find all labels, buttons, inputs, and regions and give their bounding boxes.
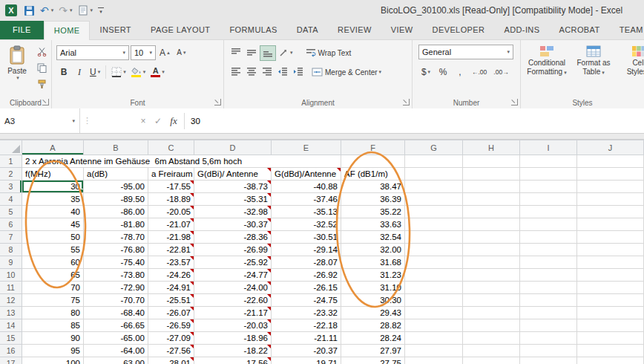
cell-I13[interactable] — [520, 307, 577, 319]
row-header-17[interactable]: 17 — [0, 357, 22, 364]
cell-I14[interactable] — [520, 319, 577, 332]
cell-A3[interactable]: 30 — [22, 181, 84, 193]
column-header-G[interactable]: G — [405, 140, 463, 155]
cell-H16[interactable] — [463, 345, 520, 357]
cell-G2[interactable] — [405, 168, 463, 181]
cell-E7[interactable]: -30.51 — [272, 231, 341, 244]
cell-D3[interactable]: -38.73 — [194, 181, 272, 193]
column-header-J[interactable]: J — [577, 140, 644, 155]
cell-F2[interactable]: AF (dB1/m) — [341, 168, 405, 181]
align-left-button[interactable] — [229, 65, 243, 80]
cell-H7[interactable] — [463, 231, 520, 244]
font-color-button[interactable]: A ▾ — [148, 65, 167, 80]
cell-H10[interactable] — [463, 269, 520, 282]
cell-F14[interactable]: 28.82 — [341, 319, 405, 332]
cell-E6[interactable]: -32.52 — [272, 218, 341, 231]
enter-button[interactable]: ✓ — [151, 116, 165, 126]
cell-A8[interactable]: 55 — [22, 244, 84, 256]
cell-J17[interactable] — [577, 357, 644, 364]
font-dialog-launcher[interactable] — [214, 99, 221, 105]
cell-D9[interactable]: -25.92 — [194, 256, 272, 269]
column-header-D[interactable]: D — [194, 140, 272, 155]
cell-E16[interactable]: -20.37 — [272, 345, 341, 357]
cell-C8[interactable]: -22.81 — [148, 244, 194, 256]
cell-A11[interactable]: 70 — [22, 282, 84, 294]
name-box[interactable]: A3 ▾ — [0, 108, 80, 133]
cell-D15[interactable]: -18.96 — [194, 332, 272, 345]
tab-add-ins[interactable]: ADD-INS — [494, 21, 549, 39]
align-middle-button[interactable] — [244, 45, 259, 61]
cell-G10[interactable] — [405, 269, 463, 282]
cell-F4[interactable]: 36.39 — [341, 193, 405, 206]
cell-G8[interactable] — [405, 244, 463, 256]
cell-I8[interactable] — [520, 244, 577, 256]
cell-I9[interactable] — [520, 256, 577, 269]
cell-B17[interactable]: -63.00 — [84, 357, 148, 364]
row-header-14[interactable]: 14 — [0, 319, 22, 332]
cell-G12[interactable] — [405, 294, 463, 307]
wrap-text-button[interactable]: Wrap Text — [303, 45, 354, 61]
conditional-formatting-button[interactable]: Conditional Formatting▾ — [522, 42, 571, 77]
tab-home[interactable]: HOME — [44, 21, 91, 40]
font-name-select[interactable]: Arial ▾ — [56, 45, 129, 60]
row-header-5[interactable]: 5 — [0, 206, 22, 218]
cell-C16[interactable]: -27.56 — [148, 345, 194, 357]
cell-E10[interactable]: -26.92 — [272, 269, 341, 282]
cell-H8[interactable] — [463, 244, 520, 256]
align-top-button[interactable] — [229, 45, 243, 61]
number-dialog-launcher[interactable] — [511, 99, 518, 105]
cell-F6[interactable]: 33.63 — [341, 218, 405, 231]
decrease-indent-button[interactable] — [275, 65, 290, 80]
cell-H17[interactable] — [463, 357, 520, 364]
cell-H12[interactable] — [463, 294, 520, 307]
save-button[interactable] — [24, 5, 35, 16]
dropdown-caret[interactable]: ▾ — [290, 50, 293, 56]
row-header-11[interactable]: 11 — [0, 282, 22, 294]
cell-C11[interactable]: -24.91 — [148, 282, 194, 294]
print-preview-button[interactable]: ▾ — [78, 5, 93, 16]
cell-B15[interactable]: -65.00 — [84, 332, 148, 345]
cell-G6[interactable] — [405, 218, 463, 231]
cell-C10[interactable]: -24.26 — [148, 269, 194, 282]
alignment-dialog-launcher[interactable] — [403, 99, 410, 105]
cell-H11[interactable] — [463, 282, 520, 294]
column-header-A[interactable]: A — [22, 140, 84, 155]
column-header-I[interactable]: I — [520, 140, 577, 155]
cell-F15[interactable]: 28.24 — [341, 332, 405, 345]
cell-D6[interactable]: -30.37 — [194, 218, 272, 231]
cell-E5[interactable]: -35.13 — [272, 206, 341, 218]
cell-D16[interactable]: -18.22 — [194, 345, 272, 357]
row-header-9[interactable]: 9 — [0, 256, 22, 269]
cell-I12[interactable] — [520, 294, 577, 307]
cell-I5[interactable] — [520, 206, 577, 218]
cell-D17[interactable]: -17.56 — [194, 357, 272, 364]
cell-E8[interactable]: -29.14 — [272, 244, 341, 256]
increase-font-size-button[interactable]: A▲ — [157, 45, 173, 60]
cell-G13[interactable] — [405, 307, 463, 319]
cell-A10[interactable]: 65 — [22, 269, 84, 282]
cell-F8[interactable]: 32.00 — [341, 244, 405, 256]
align-bottom-button[interactable] — [260, 45, 276, 61]
cell-F13[interactable]: 29.43 — [341, 307, 405, 319]
cell-J10[interactable] — [577, 269, 644, 282]
cell-A2[interactable]: f(MHz) — [22, 168, 84, 181]
cell-J2[interactable] — [577, 168, 644, 181]
cell-D13[interactable]: -21.17 — [194, 307, 272, 319]
cell-D8[interactable]: -26.99 — [194, 244, 272, 256]
insert-function-button[interactable]: fx — [165, 115, 182, 127]
cell-B14[interactable]: -66.65 — [84, 319, 148, 332]
tab-developer[interactable]: DEVELOPER — [423, 21, 495, 39]
dropdown-caret[interactable]: ▾ — [51, 7, 54, 13]
dropdown-caret[interactable]: ▾ — [143, 69, 146, 75]
cell-A13[interactable]: 80 — [22, 307, 84, 319]
number-format-select[interactable]: General ▾ — [418, 45, 513, 59]
cell-J14[interactable] — [577, 319, 644, 332]
cell-A17[interactable]: 100 — [22, 357, 84, 364]
cell-J5[interactable] — [577, 206, 644, 218]
tab-data[interactable]: DATA — [287, 21, 328, 39]
cell-G5[interactable] — [405, 206, 463, 218]
cell-G15[interactable] — [405, 332, 463, 345]
cell-E9[interactable]: -28.07 — [272, 256, 341, 269]
cell-B2[interactable]: a(dB) — [84, 168, 148, 181]
cell-J13[interactable] — [577, 307, 644, 319]
